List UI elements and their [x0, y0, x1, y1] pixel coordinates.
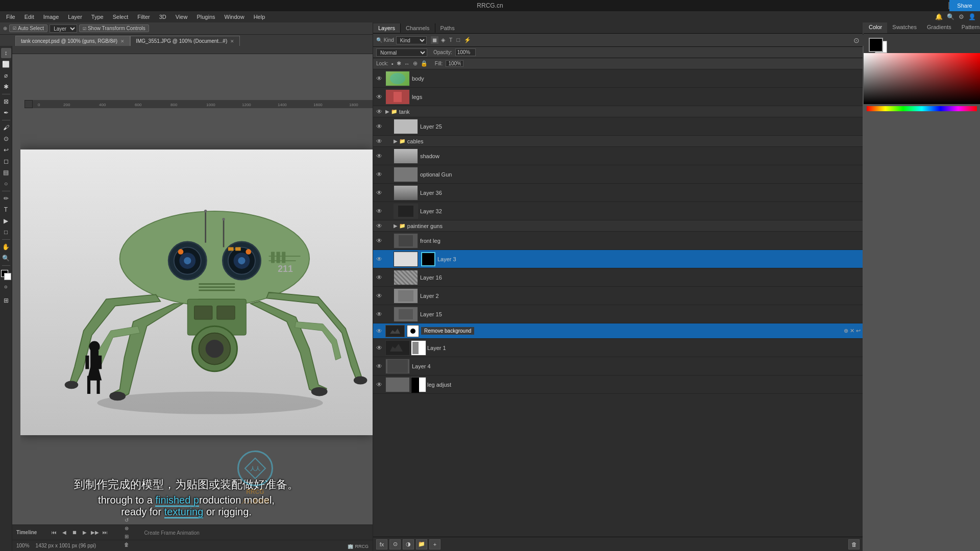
magic-wand-tool[interactable]: ✱ [1, 82, 11, 92]
new-layer-btn[interactable]: + [429, 539, 440, 549]
new-group-btn[interactable]: 📁 [416, 539, 427, 549]
tab-img-3551[interactable]: IMG_3551.JPG @ 100% (Document...#) ✕ [130, 36, 240, 46]
menu-image[interactable]: Image [39, 13, 63, 21]
fill-input[interactable] [446, 60, 463, 67]
visibility-layer36[interactable]: 👁 [375, 189, 383, 196]
user-icon[interactable]: 👤 [968, 13, 976, 20]
loop-btn[interactable]: ↺ [122, 516, 131, 524]
visibility-frontleg[interactable]: 👁 [375, 237, 383, 244]
notification-icon[interactable]: 🔔 [935, 13, 943, 20]
layer-row-layer25[interactable]: 👁 Layer 25 [373, 117, 863, 136]
layer-row-layer36[interactable]: 👁 Layer 36 [373, 184, 863, 202]
visibility-tank[interactable]: 👁 [375, 108, 383, 115]
hand-tool[interactable]: ✋ [1, 242, 11, 252]
paths-tab[interactable]: Paths [435, 23, 460, 33]
channels-tab[interactable]: Channels [401, 23, 435, 33]
history-brush-tool[interactable]: ↩ [1, 145, 11, 155]
visibility-body[interactable]: 👁 [375, 75, 383, 82]
layer-row-layer15[interactable]: 👁 Layer 15 [373, 305, 863, 323]
visibility-remove-bg[interactable]: 👁 [375, 328, 383, 335]
quick-mask-btn[interactable]: ⊙ [1, 283, 11, 290]
search-icon[interactable]: 🔍 [947, 13, 954, 20]
layer-row-legs[interactable]: 👁 legs [373, 88, 863, 106]
menu-filter[interactable]: Filter [133, 13, 154, 21]
delete-layer-btn[interactable]: 🗑 [848, 539, 860, 549]
layer-folder-tank[interactable]: 👁 ▶ 📁 tank [373, 106, 863, 117]
visibility-layer15[interactable]: 👁 [375, 311, 383, 318]
create-frame-animation[interactable]: Create Frame Animation [144, 530, 199, 536]
layer-row-remove-bg-action[interactable]: 👁 Remove background [373, 323, 863, 339]
visibility-layer2[interactable]: 👁 [375, 292, 383, 299]
trash-frame-btn[interactable]: 🗑 [122, 541, 131, 549]
blend-mode-select[interactable]: Normal [376, 48, 427, 57]
type-tool[interactable]: T [1, 205, 11, 215]
brush-tool[interactable]: 🖌 [1, 122, 11, 133]
visibility-layer16[interactable]: 👁 [375, 274, 383, 281]
layer-row-body[interactable]: 👁 body [373, 69, 863, 88]
hue-slider[interactable] [867, 106, 977, 111]
tab-close-2[interactable]: ✕ [230, 39, 234, 44]
prev-frame-btn[interactable]: ◀ [60, 529, 68, 537]
duplicate-frame-btn[interactable]: ⊞ [122, 533, 131, 541]
visibility-cables[interactable]: 👁 [375, 138, 383, 145]
visibility-painterguns[interactable]: 👁 [375, 222, 383, 230]
layer-row-optional-gun[interactable]: 👁 optional Gun [373, 165, 863, 184]
tween-btn[interactable]: ⊛ [122, 524, 131, 533]
go-to-end-btn[interactable]: ⏭ [101, 529, 109, 537]
filter-kind-select[interactable]: Kind [396, 36, 427, 44]
visibility-layer25[interactable]: 👁 [375, 123, 383, 130]
swatches-tab[interactable]: Swatches [887, 22, 922, 33]
auto-select-checkbox[interactable]: ☑ Auto Select [9, 24, 47, 32]
new-fill-layer-btn[interactable]: ◑ [403, 539, 414, 549]
layer-row-layer1[interactable]: 👁 Layer 1 [373, 339, 863, 357]
stamp-tool[interactable]: ⊙ [1, 134, 11, 144]
tab-close-1[interactable]: ✕ [120, 39, 125, 44]
shape-tool[interactable]: □ [1, 227, 11, 237]
layers-list[interactable]: 👁 body 👁 legs 👁 ▶ 📁 tank 👁 [373, 69, 863, 537]
eyedropper-tool[interactable]: ✒ [1, 108, 11, 118]
dodge-tool[interactable]: ○ [1, 179, 11, 189]
menu-view[interactable]: View [172, 13, 192, 21]
visibility-layer3[interactable]: 👁 [375, 256, 383, 263]
gradients-tab[interactable]: Gradients [922, 22, 957, 33]
add-layer-style-btn[interactable]: fx [376, 539, 387, 549]
crop-tool[interactable]: ⊠ [1, 96, 11, 107]
foreground-swatch[interactable] [869, 38, 883, 52]
play-btn[interactable]: ▶ [81, 529, 89, 537]
layer-row-layer32[interactable]: 👁 Layer 32 [373, 202, 863, 220]
filter-type-icon[interactable]: T [448, 36, 454, 44]
menu-3d[interactable]: 3D [155, 13, 170, 21]
filter-shape-icon[interactable]: □ [455, 36, 462, 44]
lock-transparent-btn[interactable]: ▪ [391, 61, 394, 67]
filter-pixel-icon[interactable]: ◼ [431, 36, 438, 44]
fg-bg-colors[interactable] [1, 270, 11, 280]
remove-bg-icon-1[interactable]: ⊕ [844, 328, 848, 334]
visibility-optional-gun[interactable]: 👁 [375, 171, 383, 178]
menu-file[interactable]: File [2, 13, 19, 21]
visibility-layer4[interactable]: 👁 [375, 363, 383, 370]
show-transform-controls[interactable]: ☑ Show Transform Controls [79, 24, 149, 32]
menu-plugins[interactable]: Plugins [192, 13, 219, 21]
layer-row-layer4[interactable]: 👁 Layer 4 [373, 357, 863, 375]
menu-type[interactable]: Type [87, 13, 108, 21]
color-gradient-picker[interactable] [864, 53, 980, 104]
layer-row-legadj[interactable]: 👁 leg adjust [373, 375, 863, 394]
layer-row-layer2[interactable]: 👁 Layer 2 [373, 287, 863, 305]
lasso-tool[interactable]: ⌀ [1, 70, 11, 81]
auto-select-type[interactable]: Layer [50, 24, 77, 33]
zoom-tool[interactable]: 🔍 [1, 253, 11, 263]
visibility-shadow[interactable]: 👁 [375, 153, 383, 160]
lock-all-btn[interactable]: 🔒 [421, 60, 428, 67]
lock-artboard-btn[interactable]: ⊕ [413, 60, 418, 67]
select-tool[interactable]: ⬜ [1, 59, 11, 69]
tab-tank-concept[interactable]: tank concept.psd @ 100% (guns, RGB/8#) ✕ [15, 36, 130, 46]
visibility-layer32[interactable]: 👁 [375, 208, 383, 215]
menu-select[interactable]: Select [109, 13, 133, 21]
next-frame-btn[interactable]: ▶▶ [91, 529, 99, 537]
menu-window[interactable]: Window [220, 13, 249, 21]
eraser-tool[interactable]: ◻ [1, 156, 11, 166]
menu-help[interactable]: Help [250, 13, 270, 21]
menu-edit[interactable]: Edit [20, 13, 38, 21]
go-to-start-btn[interactable]: ⏮ [50, 529, 58, 537]
filter-toggle-btn[interactable]: ⊙ [853, 36, 860, 44]
